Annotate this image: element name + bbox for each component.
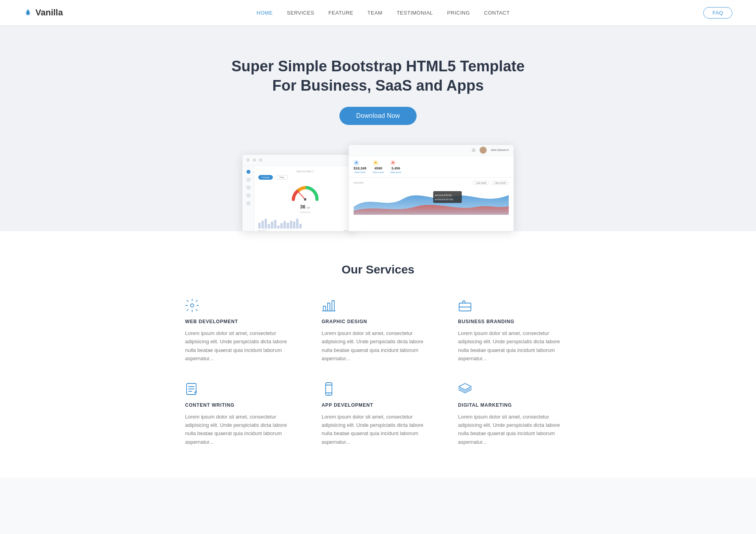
svg-point-10 xyxy=(191,304,194,307)
svg-point-24 xyxy=(328,394,329,394)
svg-rect-11 xyxy=(323,306,326,311)
services-title: Our Services xyxy=(32,263,724,276)
briefcase-icon xyxy=(458,298,474,314)
service-app-development: APP DEVELOPMENT Lorem ipsum dolor sit am… xyxy=(322,382,435,447)
navbar: Vanilla HOME SERVICES FEATURE TEAM TESTI… xyxy=(0,0,756,25)
nav-pricing[interactable]: PRICING xyxy=(447,10,470,16)
service-digital-marketing-desc: Lorem ipsum dolor sit amet, consectetur … xyxy=(458,413,571,447)
dashboard-preview-left: RISK SCORE ⓘ Overall Prev xyxy=(242,154,356,231)
nav-team[interactable]: TEAM xyxy=(367,10,382,16)
nav-testimonial[interactable]: TESTIMONIAL xyxy=(397,10,433,16)
nav-feature[interactable]: FEATURE xyxy=(328,10,353,16)
service-graphic-design: GRAPHIC DESIGN Lorem ipsum dolor sit ame… xyxy=(322,298,435,363)
service-web-development: WEB DEVELOPMENT Lorem ipsum dolor sit am… xyxy=(185,298,298,363)
service-graphic-design-title: GRAPHIC DESIGN xyxy=(322,319,435,324)
service-business-branding-desc: Lorem ipsum dolor sit amet, consectetur … xyxy=(458,329,571,363)
service-graphic-design-desc: Lorem ipsum dolor sit amet, consectetur … xyxy=(322,329,435,363)
services-section: Our Services WEB DEVELOPMENT Lorem ipsum… xyxy=(0,231,756,478)
nav-links: HOME SERVICES FEATURE TEAM TESTIMONIAL P… xyxy=(257,10,510,16)
nav-services[interactable]: SERVICES xyxy=(287,10,315,16)
layers-icon xyxy=(458,382,474,398)
edit-icon xyxy=(185,382,201,398)
services-grid: WEB DEVELOPMENT Lorem ipsum dolor sit am… xyxy=(185,298,571,447)
download-button[interactable]: Download Now xyxy=(339,107,416,125)
svg-point-1 xyxy=(304,198,306,201)
service-content-writing: CONTENT WRITING Lorem ipsum dolor sit am… xyxy=(185,382,298,447)
svg-rect-12 xyxy=(328,303,330,311)
hero-images: RISK SCORE ⓘ Overall Prev xyxy=(201,145,555,231)
svg-point-3 xyxy=(473,150,474,151)
svg-text:■ Income   $40,333: ■ Income $40,333 xyxy=(435,194,452,196)
hero-title: Super Simple Bootstrap HTML5 Template Fo… xyxy=(228,57,528,96)
service-business-branding-title: BUSINESS BRANDING xyxy=(458,319,571,324)
hero-section: Super Simple Bootstrap HTML5 Template Fo… xyxy=(0,25,756,231)
service-digital-marketing: DIGITAL MARKETING Lorem ipsum dolor sit … xyxy=(458,382,571,447)
dashboard-preview-right: John Derson ▾ $18,349 View more xyxy=(348,145,514,231)
svg-text:■ Outcome  $14,562: ■ Outcome $14,562 xyxy=(435,198,453,201)
service-content-writing-title: CONTENT WRITING xyxy=(185,402,298,408)
nav-home[interactable]: HOME xyxy=(257,10,273,16)
logo[interactable]: Vanilla xyxy=(24,7,63,18)
svg-rect-13 xyxy=(332,301,334,311)
service-app-development-desc: Lorem ipsum dolor sit amet, consectetur … xyxy=(322,413,435,447)
mobile-icon xyxy=(322,382,337,398)
service-business-branding: BUSINESS BRANDING Lorem ipsum dolor sit … xyxy=(458,298,571,363)
nav-contact[interactable]: CONTACT xyxy=(484,10,510,16)
svg-line-0 xyxy=(298,192,305,199)
faq-button[interactable]: FAQ xyxy=(703,7,732,19)
service-web-development-title: WEB DEVELOPMENT xyxy=(185,319,298,324)
service-digital-marketing-title: DIGITAL MARKETING xyxy=(458,402,571,408)
service-app-development-title: APP DEVELOPMENT xyxy=(322,402,435,408)
gear-icon xyxy=(185,298,201,314)
chart-bar-icon xyxy=(322,298,337,314)
svg-rect-21 xyxy=(326,383,332,395)
service-web-development-desc: Lorem ipsum dolor sit amet, consectetur … xyxy=(185,329,298,363)
service-content-writing-desc: Lorem ipsum dolor sit amet, consectetur … xyxy=(185,413,298,447)
svg-rect-7 xyxy=(433,191,462,203)
